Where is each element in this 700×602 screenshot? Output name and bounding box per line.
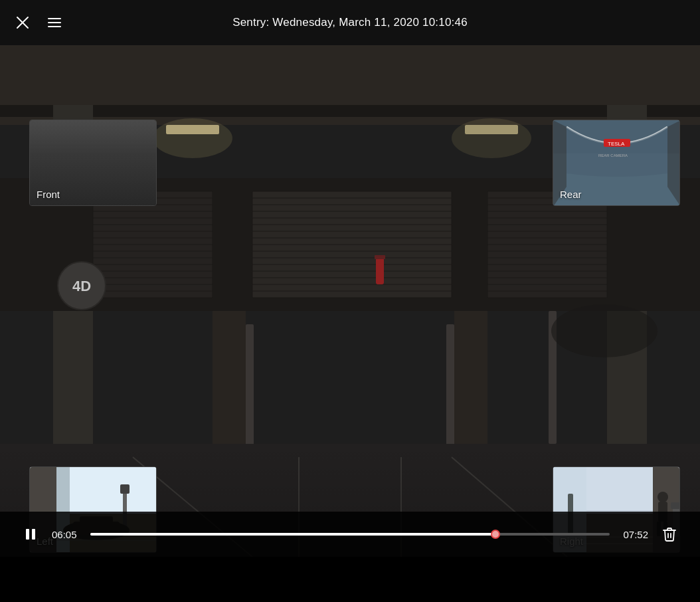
close-button[interactable]	[13, 13, 32, 32]
page-title: Sentry: Wednesday, March 11, 2020 10:10:…	[232, 16, 468, 29]
controls-bar: 06:05 07:52	[0, 512, 700, 557]
rear-camera-thumbnail[interactable]: TESLA REAR CAMERA Rear	[553, 120, 680, 206]
play-pause-button[interactable]	[20, 524, 41, 545]
svg-text:TESLA: TESLA	[608, 141, 625, 147]
top-bar-controls	[13, 13, 64, 32]
svg-rect-83	[375, 255, 385, 259]
svg-point-79	[551, 304, 657, 357]
svg-rect-97	[120, 484, 130, 494]
front-camera-label: Front	[37, 189, 60, 200]
current-time: 06:05	[52, 529, 80, 540]
svg-text:4D: 4D	[72, 278, 91, 294]
svg-rect-82	[376, 258, 384, 284]
svg-rect-7	[0, 105, 700, 117]
top-bar: Sentry: Wednesday, March 11, 2020 10:10:…	[0, 0, 700, 45]
svg-rect-68	[246, 324, 254, 457]
progress-fill	[90, 533, 495, 536]
delete-button[interactable]	[659, 524, 680, 545]
svg-rect-117	[26, 529, 29, 540]
svg-point-11	[452, 118, 531, 158]
main-video-area: 4D	[0, 45, 700, 557]
menu-button[interactable]	[45, 13, 64, 32]
svg-rect-94	[70, 467, 156, 514]
svg-text:REAR CAMERA: REAR CAMERA	[598, 153, 628, 157]
total-time: 07:52	[620, 529, 648, 540]
svg-point-107	[657, 492, 668, 502]
svg-rect-70	[446, 324, 454, 457]
svg-rect-118	[32, 529, 35, 540]
progress-bar[interactable]	[90, 533, 610, 536]
front-camera-thumbnail[interactable]: Front	[29, 120, 157, 206]
progress-ghost	[492, 531, 499, 538]
svg-point-10	[153, 118, 232, 158]
svg-rect-112	[671, 502, 679, 509]
rear-camera-label: Rear	[560, 189, 582, 200]
